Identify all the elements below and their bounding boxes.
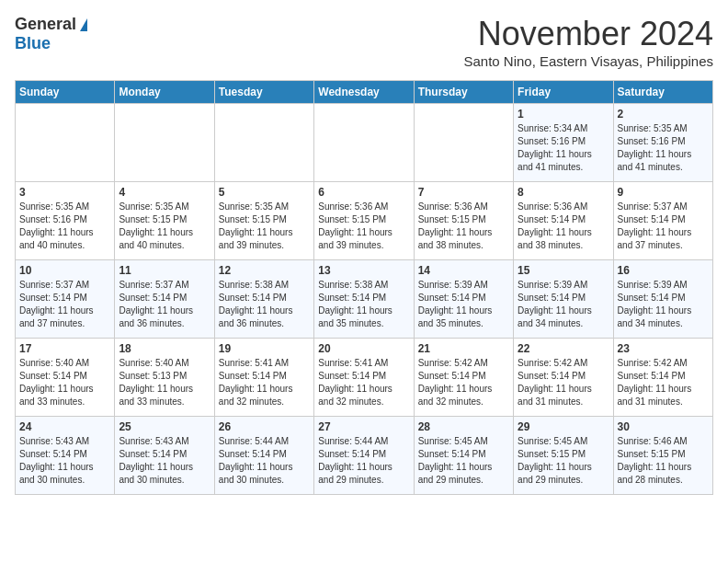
calendar-cell: 11 Sunrise: 5:37 AMSunset: 5:14 PMDaylig… (115, 260, 214, 339)
day-number: 22 (518, 342, 609, 355)
calendar-cell: 17 Sunrise: 5:40 AMSunset: 5:14 PMDaylig… (16, 339, 115, 417)
calendar-cell: 28 Sunrise: 5:45 AMSunset: 5:14 PMDaylig… (414, 417, 513, 495)
day-number: 16 (618, 264, 709, 277)
day-info: Sunrise: 5:39 AMSunset: 5:14 PMDaylight:… (518, 280, 592, 328)
calendar-cell: 20 Sunrise: 5:41 AMSunset: 5:14 PMDaylig… (314, 339, 414, 417)
day-info: Sunrise: 5:34 AMSunset: 5:16 PMDaylight:… (518, 123, 592, 172)
day-number: 26 (219, 420, 310, 433)
day-info: Sunrise: 5:45 AMSunset: 5:15 PMDaylight:… (518, 436, 592, 485)
calendar-header-thursday: Thursday (414, 81, 513, 104)
calendar-cell: 26 Sunrise: 5:44 AMSunset: 5:14 PMDaylig… (214, 417, 313, 495)
calendar-cell: 6 Sunrise: 5:36 AMSunset: 5:15 PMDayligh… (314, 182, 414, 260)
calendar-cell: 9 Sunrise: 5:37 AMSunset: 5:14 PMDayligh… (613, 182, 712, 260)
day-info: Sunrise: 5:36 AMSunset: 5:15 PMDaylight:… (418, 201, 493, 250)
day-info: Sunrise: 5:35 AMSunset: 5:15 PMDaylight:… (119, 201, 193, 250)
day-info: Sunrise: 5:35 AMSunset: 5:16 PMDaylight:… (618, 123, 692, 172)
calendar-cell: 10 Sunrise: 5:37 AMSunset: 5:14 PMDaylig… (16, 260, 115, 339)
day-info: Sunrise: 5:43 AMSunset: 5:14 PMDaylight:… (119, 436, 193, 485)
calendar-cell: 12 Sunrise: 5:38 AMSunset: 5:14 PMDaylig… (214, 260, 313, 339)
day-info: Sunrise: 5:44 AMSunset: 5:14 PMDaylight:… (318, 436, 392, 485)
calendar-cell: 30 Sunrise: 5:46 AMSunset: 5:15 PMDaylig… (613, 417, 712, 495)
month-title: November 2024 (463, 15, 713, 53)
day-number: 21 (418, 342, 509, 355)
day-number: 15 (518, 264, 609, 277)
calendar-cell: 7 Sunrise: 5:36 AMSunset: 5:15 PMDayligh… (414, 182, 513, 260)
day-info: Sunrise: 5:35 AMSunset: 5:15 PMDaylight:… (219, 201, 293, 250)
day-number: 2 (618, 108, 709, 121)
day-number: 29 (518, 420, 609, 433)
day-number: 19 (219, 342, 310, 355)
calendar-header-row: SundayMondayTuesdayWednesdayThursdayFrid… (16, 81, 713, 104)
calendar-header-sunday: Sunday (16, 81, 115, 104)
day-info: Sunrise: 5:42 AMSunset: 5:14 PMDaylight:… (418, 358, 493, 407)
day-number: 30 (618, 420, 709, 433)
day-number: 11 (119, 264, 210, 277)
calendar-cell: 14 Sunrise: 5:39 AMSunset: 5:14 PMDaylig… (414, 260, 513, 339)
calendar-cell: 29 Sunrise: 5:45 AMSunset: 5:15 PMDaylig… (514, 417, 613, 495)
day-number: 9 (618, 186, 709, 199)
day-info: Sunrise: 5:36 AMSunset: 5:14 PMDaylight:… (518, 201, 592, 250)
day-info: Sunrise: 5:41 AMSunset: 5:14 PMDaylight:… (219, 358, 293, 407)
calendar-header-saturday: Saturday (613, 81, 712, 104)
day-number: 17 (19, 342, 110, 355)
calendar-cell: 24 Sunrise: 5:43 AMSunset: 5:14 PMDaylig… (16, 417, 115, 495)
day-number: 8 (518, 186, 609, 199)
calendar-cell: 16 Sunrise: 5:39 AMSunset: 5:14 PMDaylig… (613, 260, 712, 339)
calendar-cell: 1 Sunrise: 5:34 AMSunset: 5:16 PMDayligh… (514, 104, 613, 182)
day-info: Sunrise: 5:37 AMSunset: 5:14 PMDaylight:… (119, 280, 193, 328)
day-number: 14 (418, 264, 509, 277)
calendar-cell: 23 Sunrise: 5:42 AMSunset: 5:14 PMDaylig… (613, 339, 712, 417)
calendar-week-row: 3 Sunrise: 5:35 AMSunset: 5:16 PMDayligh… (16, 182, 713, 260)
calendar-week-row: 1 Sunrise: 5:34 AMSunset: 5:16 PMDayligh… (16, 104, 713, 182)
title-area: November 2024 Santo Nino, Eastern Visaya… (463, 15, 713, 69)
day-info: Sunrise: 5:42 AMSunset: 5:14 PMDaylight:… (518, 358, 592, 407)
day-number: 13 (318, 264, 409, 277)
day-number: 24 (19, 420, 110, 433)
calendar-cell: 25 Sunrise: 5:43 AMSunset: 5:14 PMDaylig… (115, 417, 214, 495)
day-number: 3 (19, 186, 110, 199)
day-number: 25 (119, 420, 210, 433)
calendar-week-row: 24 Sunrise: 5:43 AMSunset: 5:14 PMDaylig… (16, 417, 713, 495)
day-info: Sunrise: 5:40 AMSunset: 5:13 PMDaylight:… (119, 358, 193, 407)
calendar-cell: 22 Sunrise: 5:42 AMSunset: 5:14 PMDaylig… (514, 339, 613, 417)
logo-blue-text: Blue (15, 34, 51, 53)
day-info: Sunrise: 5:38 AMSunset: 5:14 PMDaylight:… (318, 280, 392, 328)
day-info: Sunrise: 5:44 AMSunset: 5:14 PMDaylight:… (219, 436, 293, 485)
day-number: 18 (119, 342, 210, 355)
calendar-cell (414, 104, 513, 182)
calendar-cell: 15 Sunrise: 5:39 AMSunset: 5:14 PMDaylig… (514, 260, 613, 339)
page-header: General Blue November 2024 Santo Nino, E… (15, 15, 713, 69)
logo: General Blue (15, 15, 87, 53)
calendar-cell: 3 Sunrise: 5:35 AMSunset: 5:16 PMDayligh… (16, 182, 115, 260)
day-info: Sunrise: 5:43 AMSunset: 5:14 PMDaylight:… (19, 436, 94, 485)
calendar-cell (214, 104, 313, 182)
calendar-cell: 13 Sunrise: 5:38 AMSunset: 5:14 PMDaylig… (314, 260, 414, 339)
logo-triangle-icon (80, 18, 87, 31)
calendar-week-row: 17 Sunrise: 5:40 AMSunset: 5:14 PMDaylig… (16, 339, 713, 417)
calendar-cell (314, 104, 414, 182)
day-number: 23 (618, 342, 709, 355)
day-info: Sunrise: 5:41 AMSunset: 5:14 PMDaylight:… (318, 358, 392, 407)
calendar-cell: 2 Sunrise: 5:35 AMSunset: 5:16 PMDayligh… (613, 104, 712, 182)
day-number: 5 (219, 186, 310, 199)
day-number: 20 (318, 342, 409, 355)
calendar-week-row: 10 Sunrise: 5:37 AMSunset: 5:14 PMDaylig… (16, 260, 713, 339)
day-number: 7 (418, 186, 509, 199)
day-number: 1 (518, 108, 609, 121)
calendar-cell (16, 104, 115, 182)
day-number: 27 (318, 420, 409, 433)
day-info: Sunrise: 5:40 AMSunset: 5:14 PMDaylight:… (19, 358, 94, 407)
calendar: SundayMondayTuesdayWednesdayThursdayFrid… (15, 80, 713, 495)
day-info: Sunrise: 5:38 AMSunset: 5:14 PMDaylight:… (219, 280, 293, 328)
day-number: 4 (119, 186, 210, 199)
day-info: Sunrise: 5:42 AMSunset: 5:14 PMDaylight:… (618, 358, 692, 407)
calendar-cell (115, 104, 214, 182)
day-info: Sunrise: 5:46 AMSunset: 5:15 PMDaylight:… (618, 436, 692, 485)
day-number: 12 (219, 264, 310, 277)
day-info: Sunrise: 5:37 AMSunset: 5:14 PMDaylight:… (618, 201, 692, 250)
calendar-cell: 5 Sunrise: 5:35 AMSunset: 5:15 PMDayligh… (214, 182, 313, 260)
day-number: 28 (418, 420, 509, 433)
day-number: 10 (19, 264, 110, 277)
calendar-header-tuesday: Tuesday (214, 81, 313, 104)
logo-general-text: General (15, 15, 76, 34)
